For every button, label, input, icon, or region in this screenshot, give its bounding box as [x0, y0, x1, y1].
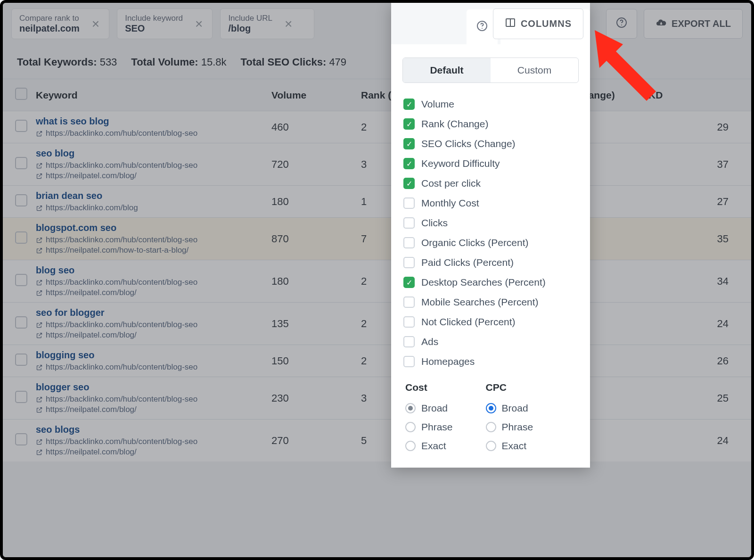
column-option[interactable]: ✓Cost per click [403, 173, 578, 193]
total-keywords-value: 533 [100, 56, 117, 68]
result-url[interactable]: https://backlinko.com/hub/content/blog-s… [36, 320, 271, 329]
result-url[interactable]: https://backlinko.com/hub/content/blog-s… [36, 129, 271, 138]
row-checkbox[interactable] [15, 433, 27, 445]
row-checkbox[interactable] [15, 316, 27, 329]
result-url[interactable]: https://backlinko.com/hub/content/blog-s… [36, 278, 271, 287]
result-url[interactable]: https://backlinko.com/hub/content/blog-s… [36, 395, 271, 404]
checkbox[interactable]: ✓ [403, 158, 415, 169]
row-checkbox[interactable] [15, 231, 27, 244]
radio-option[interactable]: Phrase [486, 418, 533, 436]
result-url[interactable]: https://neilpatel.com/blog/ [36, 447, 271, 457]
row-checkbox[interactable] [15, 274, 27, 286]
column-option[interactable]: Paid Clicks (Percent) [403, 253, 578, 272]
checkbox[interactable]: ✓ [403, 99, 415, 110]
column-option[interactable]: ✓SEO Clicks (Change) [403, 134, 578, 154]
header-kd[interactable]: KD [648, 90, 733, 101]
table-row[interactable]: brian dean seo https://backlinko.com/blo… [3, 185, 751, 217]
keyword-link[interactable]: blogspot.com seo [36, 222, 271, 233]
keyword-link[interactable]: what is seo blog [36, 116, 271, 127]
close-icon[interactable]: × [90, 17, 101, 31]
result-url[interactable]: https://neilpatel.com/blog/ [36, 288, 271, 297]
keyword-link[interactable]: seo blog [36, 148, 271, 159]
column-option[interactable]: ✓Volume [403, 94, 578, 114]
keyword-link[interactable]: blogger seo [36, 382, 271, 393]
column-option[interactable]: ✓Keyword Difficulty [403, 154, 578, 173]
radio-option[interactable]: Broad [405, 399, 453, 418]
column-option[interactable]: Ads [403, 332, 578, 352]
help-button[interactable] [606, 9, 637, 39]
toggle-custom[interactable]: Custom [491, 58, 578, 82]
result-url[interactable]: https://neilpatel.com/blog/ [36, 330, 271, 340]
table-row[interactable]: seo blogs https://backlinko.com/hub/cont… [3, 419, 751, 461]
table-row[interactable]: blogspot.com seo https://backlinko.com/h… [3, 217, 751, 260]
export-all-label: EXPORT ALL [672, 18, 731, 29]
table-row[interactable]: blogging seo https://backlinko.com/hub/c… [3, 345, 751, 377]
keyword-link[interactable]: blog seo [36, 265, 271, 276]
keyword-link[interactable]: blogging seo [36, 350, 271, 361]
keyword-link[interactable]: brian dean seo [36, 190, 271, 201]
row-checkbox[interactable] [15, 354, 27, 366]
checkbox[interactable]: ✓ [403, 118, 415, 130]
radio-option[interactable]: Phrase [405, 418, 453, 436]
column-option[interactable]: Not Clicked (Percent) [403, 312, 578, 332]
row-checkbox[interactable] [15, 391, 27, 403]
radio-option[interactable]: Broad [486, 399, 533, 418]
column-option[interactable]: Monthly Cost [403, 193, 578, 213]
radio-icon [405, 422, 416, 432]
result-url[interactable]: https://neilpatel.com/how-to-start-a-blo… [36, 246, 271, 255]
checkbox[interactable] [403, 237, 415, 248]
keyword-link[interactable]: seo for blogger [36, 307, 271, 318]
table-row[interactable]: blog seo https://backlinko.com/hub/conte… [3, 260, 751, 302]
external-link-icon [36, 406, 43, 413]
checkbox[interactable] [403, 198, 415, 209]
filter-value: neilpatel.com [19, 23, 80, 34]
result-url[interactable]: https://backlinko.com/hub/content/blog-s… [36, 161, 271, 170]
radio-option[interactable]: Exact [486, 436, 533, 455]
checkbox[interactable] [403, 336, 415, 347]
filter-value: SEO [125, 23, 183, 34]
table-row[interactable]: seo blog https://backlinko.com/hub/conte… [3, 143, 751, 185]
summary-row: Total Keywords: 533 Total Volume: 15.8k … [3, 45, 751, 79]
checkbox[interactable]: ✓ [403, 277, 415, 288]
result-url[interactable]: https://backlinko.com/blog [36, 203, 271, 213]
row-checkbox[interactable] [15, 194, 27, 206]
result-url[interactable]: https://backlinko.com/hub/content/blog-s… [36, 437, 271, 446]
table-row[interactable]: blogger seo https://backlinko.com/hub/co… [3, 377, 751, 419]
result-url[interactable]: https://backlinko.com/hub/content/blog-s… [36, 235, 271, 245]
keyword-link[interactable]: seo blogs [36, 424, 271, 435]
column-option[interactable]: ✓Desktop Searches (Percent) [403, 272, 578, 292]
column-option[interactable]: ✓Rank (Change) [403, 114, 578, 134]
checkbox[interactable] [403, 316, 415, 328]
close-icon[interactable]: × [193, 17, 205, 31]
checkbox[interactable]: ✓ [403, 178, 415, 189]
select-all-checkbox[interactable] [15, 88, 27, 100]
close-icon[interactable]: × [283, 17, 294, 31]
checkbox[interactable] [403, 217, 415, 229]
result-url[interactable]: https://neilpatel.com/blog/ [36, 171, 271, 181]
row-checkbox[interactable] [15, 157, 27, 169]
table-row[interactable]: seo for blogger https://backlinko.com/hu… [3, 302, 751, 345]
column-option[interactable]: Mobile Searches (Percent) [403, 292, 578, 312]
result-url[interactable]: https://backlinko.com/hub/content/blog-s… [36, 362, 271, 372]
checkbox[interactable] [403, 257, 415, 268]
checkbox[interactable] [403, 296, 415, 308]
columns-button[interactable]: COLUMNS [493, 8, 583, 39]
result-url[interactable]: https://neilpatel.com/blog/ [36, 405, 271, 414]
radio-group-title: Cost [405, 382, 453, 393]
toggle-default[interactable]: Default [403, 58, 491, 82]
radio-icon [486, 422, 496, 432]
header-keyword[interactable]: Keyword [36, 90, 271, 101]
checkbox[interactable]: ✓ [403, 138, 415, 149]
column-option[interactable]: Organic Clicks (Percent) [403, 233, 578, 253]
external-link-icon [36, 396, 43, 403]
table-row[interactable]: what is seo blog https://backlinko.com/h… [3, 111, 751, 143]
radio-option[interactable]: Exact [405, 436, 453, 455]
export-all-button[interactable]: EXPORT ALL [644, 9, 743, 39]
column-option-label: Monthly Cost [421, 198, 479, 209]
header-volume[interactable]: Volume [271, 90, 361, 101]
column-option[interactable]: Clicks [403, 213, 578, 233]
column-option[interactable]: Homepages [403, 352, 578, 371]
row-checkbox[interactable] [15, 120, 27, 132]
column-option-label: Ads [421, 336, 438, 347]
checkbox[interactable] [403, 356, 415, 367]
